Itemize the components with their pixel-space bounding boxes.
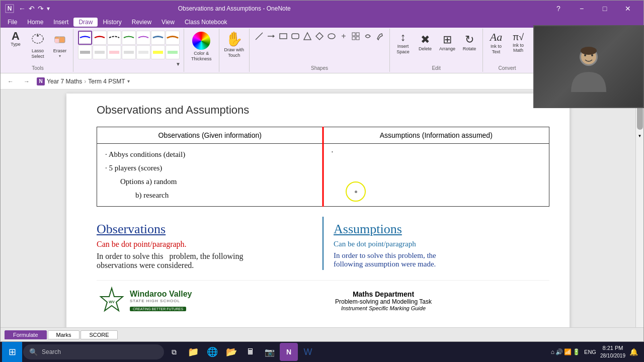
- taskbar-clock: 8:21 PM 28/10/2019: [600, 344, 625, 359]
- back-navigation[interactable]: ←: [5, 75, 17, 87]
- ribbon-group-pens: ▼: [73, 29, 184, 72]
- svg-rect-6: [59, 37, 59, 43]
- draw-with-touch-button[interactable]: ✋ Draw withTouch: [222, 30, 247, 59]
- pen-sample-6[interactable]: [151, 31, 165, 45]
- menu-insert[interactable]: Insert: [48, 18, 73, 27]
- svg-rect-22: [352, 33, 355, 36]
- svg-rect-18: [292, 34, 299, 39]
- ribbon-group-edit: ↕ InsertSpace ✖ Delete ⊞ Arrange ↻ Rotat…: [390, 29, 483, 72]
- menu-draw[interactable]: Draw: [73, 18, 98, 27]
- calculator-icon[interactable]: 🖩: [242, 343, 260, 361]
- help-btn[interactable]: ?: [547, 1, 570, 17]
- notification-icon[interactable]: 🔔: [629, 348, 638, 356]
- onenote-taskbar-icon[interactable]: N: [280, 343, 298, 361]
- arrange-button[interactable]: ⊞ Arrange: [437, 30, 457, 56]
- maximize-button[interactable]: □: [593, 1, 616, 17]
- pen-sample-8[interactable]: [78, 45, 92, 59]
- pen-list-expand[interactable]: ▼: [176, 61, 181, 67]
- close-button[interactable]: ✕: [616, 1, 639, 17]
- table-col2-content: ∙: [323, 144, 549, 207]
- footer-section: WV Windaroo Valley STATE HIGH SCHOOL CRE…: [97, 280, 549, 316]
- pen-sample-9[interactable]: [93, 45, 107, 59]
- assumptions-heading: Assumptions: [334, 222, 549, 237]
- menu-class-notebook[interactable]: Class Notebook: [180, 18, 232, 27]
- back-btn[interactable]: ←: [19, 5, 26, 13]
- school-tagline: CREATING BETTER FUTURES: [130, 307, 186, 311]
- file-explorer-icon[interactable]: 📁: [184, 343, 202, 361]
- ink-to-math-label: Ink toMath: [513, 43, 524, 54]
- shape-arrow[interactable]: [266, 31, 277, 42]
- tab-marks[interactable]: Marks: [48, 330, 80, 339]
- tab-formulate[interactable]: Formulate: [5, 330, 47, 339]
- shape-plus[interactable]: +: [338, 31, 349, 42]
- shape-triangle[interactable]: [302, 31, 313, 42]
- eraser-button[interactable]: Eraser ▾: [50, 30, 70, 59]
- undo-btn[interactable]: ↶: [29, 5, 35, 13]
- pen-sample-10[interactable]: [107, 45, 121, 59]
- pen-sample-1[interactable]: [78, 31, 92, 45]
- shape-line[interactable]: [254, 31, 265, 42]
- type-tool-button[interactable]: A Type: [6, 30, 26, 48]
- arrange-label: Arrange: [439, 46, 455, 52]
- pen-sample-12[interactable]: [136, 45, 150, 59]
- ink-to-text-button[interactable]: Aa Ink toText: [486, 30, 506, 56]
- dept-subtitle: Problem-solving and Modelling Task: [217, 298, 549, 305]
- pen-sample-4[interactable]: [122, 31, 136, 45]
- ink-to-math-button[interactable]: π√ Ink toMath: [508, 30, 528, 56]
- obs-body-text: In order to solve this problem, the foll…: [97, 252, 312, 270]
- redo-btn[interactable]: ↷: [38, 5, 44, 13]
- menu-view[interactable]: View: [156, 18, 180, 27]
- shapes-group-label: Shapes: [311, 64, 328, 71]
- insert-space-button[interactable]: ↕ InsertSpace: [393, 30, 413, 56]
- menu-home[interactable]: Home: [22, 18, 48, 27]
- shape-round-rect[interactable]: [290, 31, 301, 42]
- menu-review[interactable]: Review: [127, 18, 156, 27]
- file-manager-icon[interactable]: 📂: [222, 343, 240, 361]
- task-view-button[interactable]: ⧉: [165, 343, 183, 361]
- svg-marker-20: [316, 33, 323, 40]
- pen-sample-13[interactable]: [151, 45, 165, 59]
- pen-sample-5[interactable]: [136, 31, 150, 45]
- shape-pen[interactable]: [374, 31, 385, 42]
- svg-rect-9: [109, 51, 119, 54]
- insert-space-label: InsertSpace: [396, 44, 410, 55]
- menu-history[interactable]: History: [98, 18, 126, 27]
- table-col1-content: ∙ Abbys conditions (detail) ∙ 5 players …: [97, 144, 324, 207]
- pen-sample-3[interactable]: [107, 31, 121, 45]
- forward-navigation[interactable]: →: [21, 75, 33, 87]
- pen-grid: [77, 30, 181, 60]
- shape-lasso[interactable]: [362, 31, 373, 42]
- pen-sample-2[interactable]: [93, 31, 107, 45]
- pen-sample-14[interactable]: [166, 45, 180, 59]
- pen-sample-7[interactable]: [166, 31, 180, 45]
- lasso-icon: [31, 31, 45, 48]
- lasso-select-button[interactable]: LassoSelect: [28, 30, 48, 60]
- svg-rect-17: [280, 34, 287, 39]
- menu-file[interactable]: File: [3, 18, 22, 27]
- eraser-dropdown[interactable]: ▾: [59, 54, 61, 58]
- taskbar-search[interactable]: 🔍 Search: [23, 344, 164, 359]
- word-taskbar-icon[interactable]: W: [299, 343, 317, 361]
- scroll-down-arrow[interactable]: ▼: [636, 132, 644, 140]
- ink-to-text-label: Ink toText: [491, 44, 502, 55]
- customize-btn[interactable]: ▾: [47, 5, 50, 12]
- svg-marker-26: [101, 288, 123, 311]
- rotate-button[interactable]: ↻ Rotate: [459, 30, 479, 56]
- camera-icon[interactable]: 📷: [261, 343, 279, 361]
- type-icon: A: [12, 31, 20, 42]
- right-scrollbar[interactable]: ▲ ▼: [635, 89, 643, 327]
- pen-sample-11[interactable]: [122, 45, 136, 59]
- chrome-icon[interactable]: 🌐: [203, 343, 221, 361]
- color-thickness-button[interactable]: Color &Thickness: [187, 30, 216, 64]
- obs-line-4: b) research: [135, 189, 315, 202]
- shape-rect[interactable]: [278, 31, 289, 42]
- delete-button[interactable]: ✖ Delete: [415, 30, 435, 56]
- shape-ellipse[interactable]: [326, 31, 337, 42]
- shape-expand[interactable]: [350, 31, 361, 42]
- color-wheel-icon: [192, 32, 210, 50]
- minimize-button[interactable]: −: [570, 1, 593, 17]
- tab-score[interactable]: SCORE: [80, 330, 117, 339]
- path-dropdown[interactable]: ▾: [127, 78, 130, 84]
- start-button[interactable]: ⊞: [2, 342, 22, 362]
- shape-diamond[interactable]: [314, 31, 325, 42]
